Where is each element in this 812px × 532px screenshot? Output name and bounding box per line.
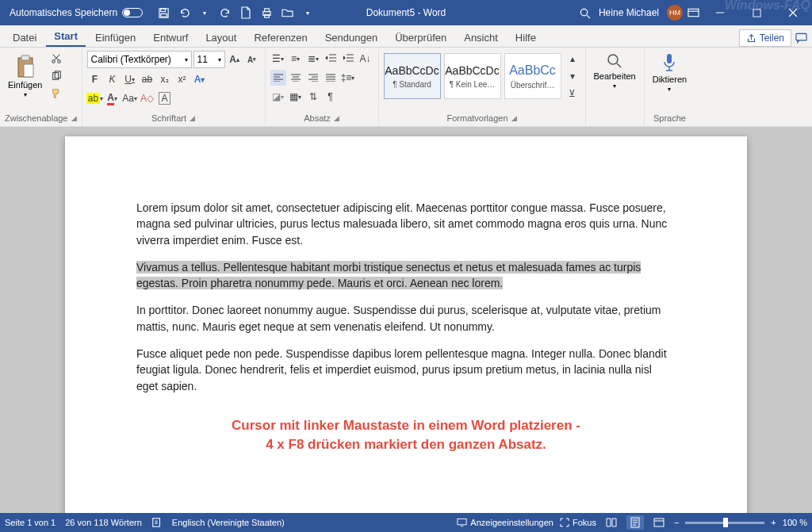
undo-icon[interactable] bbox=[174, 3, 193, 22]
font-launcher-icon[interactable]: ◢ bbox=[190, 114, 195, 122]
underline-icon[interactable]: U ▾ bbox=[122, 71, 138, 87]
dictate-button[interactable]: Diktieren ▾ bbox=[649, 51, 690, 94]
styles-scroll-down-icon[interactable]: ▾ bbox=[565, 68, 580, 84]
autosave-toggle[interactable] bbox=[122, 8, 143, 17]
shrink-font-icon[interactable]: A▾ bbox=[244, 52, 260, 67]
borders-icon[interactable]: ▦▾ bbox=[288, 89, 304, 105]
tab-einfuegen[interactable]: Einfügen bbox=[87, 29, 144, 47]
open-icon[interactable] bbox=[278, 3, 297, 22]
status-display-settings[interactable]: Anzeigeeinstellungen bbox=[457, 518, 553, 527]
page[interactable]: Lorem ipsum dolor sit amet, consectetuer… bbox=[65, 136, 747, 513]
comments-icon[interactable] bbox=[793, 30, 809, 46]
zoom-level[interactable]: 100 % bbox=[783, 518, 807, 527]
status-words[interactable]: 26 von 118 Wörtern bbox=[65, 518, 142, 527]
increase-indent-icon[interactable] bbox=[340, 51, 356, 67]
justify-icon[interactable] bbox=[323, 70, 339, 86]
minimize-button[interactable] bbox=[704, 0, 736, 25]
tab-layout[interactable]: Layout bbox=[197, 29, 244, 47]
line-spacing-icon[interactable]: ‡≡▾ bbox=[340, 70, 356, 86]
tab-datei[interactable]: Datei bbox=[5, 29, 44, 47]
align-left-icon[interactable] bbox=[270, 70, 286, 86]
maximize-button[interactable] bbox=[741, 0, 772, 25]
style-standard[interactable]: AaBbCcDc ¶ Standard bbox=[384, 53, 441, 99]
print-icon[interactable] bbox=[257, 3, 276, 22]
paragraph-3[interactable]: In porttitor. Donec laoreet nonummy augu… bbox=[136, 302, 676, 335]
italic-icon[interactable]: K bbox=[105, 71, 121, 87]
paste-button[interactable]: Einfügen ▾ bbox=[5, 51, 45, 101]
document-area[interactable]: Lorem ipsum dolor sit amet, consectetuer… bbox=[0, 127, 812, 513]
change-case-icon[interactable]: Aa▾ bbox=[122, 90, 138, 106]
share-button[interactable]: Teilen bbox=[739, 29, 791, 47]
status-language[interactable]: Englisch (Vereinigte Staaten) bbox=[172, 518, 285, 527]
clipboard-launcher-icon[interactable]: ◢ bbox=[71, 114, 77, 122]
status-proofing-icon[interactable] bbox=[151, 517, 163, 528]
styles-expand-icon[interactable]: ⊻ bbox=[565, 86, 580, 101]
status-focus[interactable]: Fokus bbox=[560, 518, 596, 527]
strikethrough-icon[interactable]: ab bbox=[140, 71, 155, 87]
cut-icon[interactable] bbox=[48, 51, 64, 67]
print-layout-icon[interactable] bbox=[626, 515, 644, 530]
highlight-icon[interactable]: ab▾ bbox=[87, 90, 103, 106]
editing-button[interactable]: Bearbeiten ▾ bbox=[591, 51, 639, 91]
new-doc-icon[interactable] bbox=[236, 3, 255, 22]
paragraph-1[interactable]: Lorem ipsum dolor sit amet, consectetuer… bbox=[136, 200, 676, 248]
tab-ueberpruefen[interactable]: Überprüfen bbox=[387, 29, 454, 47]
shading-icon[interactable]: ◪▾ bbox=[270, 89, 286, 105]
close-button[interactable] bbox=[777, 0, 809, 25]
grow-font-icon[interactable]: A▴ bbox=[227, 52, 243, 67]
tab-referenzen[interactable]: Referenzen bbox=[246, 29, 315, 47]
undo-dropdown-icon[interactable]: ▾ bbox=[195, 3, 214, 22]
copy-icon[interactable] bbox=[48, 68, 64, 84]
ribbon-display-icon[interactable] bbox=[688, 8, 699, 18]
tab-ansicht[interactable]: Ansicht bbox=[456, 29, 506, 47]
subscript-icon[interactable]: x₂ bbox=[157, 71, 173, 87]
doc-title: Dokument5 - Word bbox=[366, 7, 446, 18]
qat-customize-icon[interactable]: ▾ bbox=[298, 3, 317, 22]
user-name[interactable]: Heine Michael bbox=[599, 7, 659, 18]
redo-icon[interactable] bbox=[216, 3, 235, 22]
paragraph-2-selected[interactable]: Vivamus a tellus. Pellentesque habitant … bbox=[136, 259, 676, 292]
styles-launcher-icon[interactable]: ◢ bbox=[511, 114, 517, 122]
show-paragraph-icon[interactable]: ¶ bbox=[323, 89, 339, 105]
zoom-in-button[interactable]: + bbox=[771, 518, 776, 527]
decrease-indent-icon[interactable] bbox=[323, 51, 339, 67]
sort-icon[interactable]: A↓ bbox=[358, 51, 373, 67]
tab-entwurf[interactable]: Entwurf bbox=[145, 29, 196, 47]
align-right-icon[interactable] bbox=[305, 70, 321, 86]
svg-rect-1 bbox=[160, 8, 165, 11]
styles-scroll-up-icon[interactable]: ▴ bbox=[565, 51, 580, 67]
autosave-control[interactable]: Automatisches Speichern bbox=[3, 7, 149, 18]
window-title: Dokument5 - Word bbox=[366, 7, 446, 18]
style-kein-leerraum[interactable]: AaBbCcDc ¶ Kein Lee… bbox=[444, 53, 501, 99]
sort-asc-icon[interactable]: ⇅ bbox=[305, 89, 321, 105]
bullets-icon[interactable]: ☰▾ bbox=[270, 51, 286, 67]
group-editing: Bearbeiten ▾ bbox=[586, 48, 645, 126]
search-icon[interactable] bbox=[579, 7, 591, 19]
status-page[interactable]: Seite 1 von 1 bbox=[5, 518, 56, 527]
status-bar: Seite 1 von 1 26 von 118 Wörtern Englisc… bbox=[0, 513, 812, 532]
font-size-selector[interactable]: 11▾ bbox=[193, 51, 225, 68]
tab-hilfe[interactable]: Hilfe bbox=[508, 29, 544, 47]
bold-icon[interactable]: F bbox=[87, 71, 103, 87]
avatar[interactable]: HM bbox=[667, 5, 683, 21]
font-name-selector[interactable]: Calibri (Textkörper)▾ bbox=[87, 51, 192, 68]
save-icon[interactable] bbox=[154, 3, 173, 22]
web-layout-icon[interactable] bbox=[650, 515, 668, 530]
font-color-icon[interactable]: A▾ bbox=[105, 90, 121, 106]
text-effects-icon[interactable]: A▾ bbox=[192, 71, 208, 87]
paragraph-4[interactable]: Fusce aliquet pede non pede. Suspendisse… bbox=[136, 346, 676, 394]
numbering-icon[interactable]: ≡▾ bbox=[288, 51, 304, 67]
paragraph-launcher-icon[interactable]: ◢ bbox=[334, 114, 339, 122]
tab-start[interactable]: Start bbox=[46, 27, 86, 47]
multilevel-list-icon[interactable]: ≣▾ bbox=[305, 51, 321, 67]
clear-formatting-icon[interactable]: A◇ bbox=[140, 90, 155, 106]
zoom-slider[interactable] bbox=[685, 522, 764, 524]
style-ueberschrift[interactable]: AaBbCc Überschrif… bbox=[504, 53, 561, 99]
read-mode-icon[interactable] bbox=[603, 515, 620, 530]
align-center-icon[interactable] bbox=[288, 70, 304, 86]
character-border-icon[interactable]: A bbox=[157, 90, 173, 106]
superscript-icon[interactable]: x² bbox=[174, 71, 190, 87]
tab-sendungen[interactable]: Sendungen bbox=[317, 29, 386, 47]
format-painter-icon[interactable] bbox=[48, 86, 64, 101]
zoom-out-button[interactable]: − bbox=[674, 518, 679, 527]
